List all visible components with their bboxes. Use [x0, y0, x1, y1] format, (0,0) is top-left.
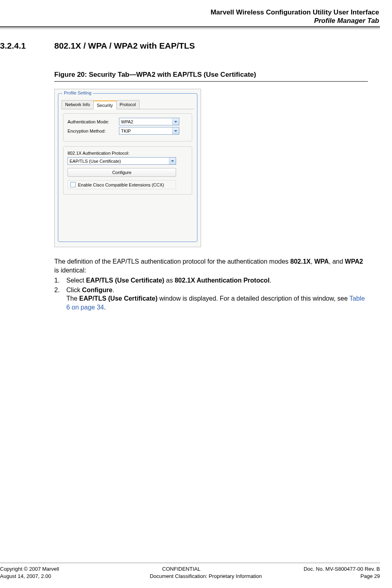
label-enc-method: Encryption Method:	[68, 129, 119, 133]
checkbox-ccx[interactable]	[70, 182, 76, 187]
footer-page: Page 29	[361, 573, 380, 580]
section-number: 3.2.4.1	[0, 41, 54, 51]
row-enc-method: Encryption Method: TKIP	[68, 127, 188, 135]
row-ccx[interactable]: Enable Cisco Compatible Extensions (CCX)	[68, 180, 176, 189]
tab-protocol[interactable]: Protocol	[116, 100, 140, 109]
footer-copyright: Copyright © 2007 Marvell	[0, 565, 59, 573]
combo-enc-method-value: TKIP	[121, 129, 131, 133]
footer-confidential: CONFIDENTIAL	[162, 565, 200, 573]
label-8021x-protocol: 802.1X Authentication Protocol:	[68, 151, 188, 156]
bold-8021x: 802.1X	[290, 258, 311, 265]
header-title: Marvell Wireless Configuration Utility U…	[0, 8, 379, 17]
text: window is displayed. For a detailed desc…	[158, 295, 349, 302]
body-text: The definition of the EAP/TLS authentica…	[54, 257, 368, 312]
footer-rule	[0, 563, 380, 563]
tab-security[interactable]: Security	[93, 100, 117, 109]
bold-configure: Configure	[82, 287, 113, 293]
text: ,	[311, 258, 314, 265]
screenshot-profile-setting: Profile Setting Network Info Security Pr…	[54, 89, 201, 247]
footer-classification: Document Classification: Proprietary Inf…	[150, 573, 262, 580]
text: .	[113, 287, 114, 293]
figure-rule	[54, 81, 368, 82]
header-rule-thin	[0, 29, 380, 29]
fieldset-profile-setting: Profile Setting Network Info Security Pr…	[58, 93, 197, 242]
chevron-down-icon[interactable]	[172, 118, 179, 125]
section-heading: 3.2.4.1 802.1X / WPA / WPA2 with EAP/TLS	[0, 41, 368, 51]
intro-paragraph: The definition of the EAP/TLS authentica…	[54, 257, 368, 275]
combo-8021x-protocol-value: EAP/TLS (Use Certificate)	[70, 159, 121, 164]
combo-enc-method[interactable]: TKIP	[119, 127, 179, 135]
tab-bar: Network Info Security Protocol	[62, 100, 194, 109]
combo-auth-mode-value: WPA2	[121, 119, 133, 124]
label-auth-mode: Authentication Mode:	[68, 119, 119, 124]
text: .	[269, 277, 271, 284]
text: Click	[66, 287, 82, 293]
list-content: Select EAP/TLS (Use Certificate) as 802.…	[66, 276, 368, 285]
combo-8021x-protocol[interactable]: EAP/TLS (Use Certificate)	[68, 157, 176, 165]
figure-caption: Figure 20: Security Tab—WPA2 with EAP/TL…	[54, 71, 368, 79]
chevron-down-icon[interactable]	[169, 158, 176, 164]
list-item-1: 1. Select EAP/TLS (Use Certificate) as 8…	[54, 276, 368, 285]
bold-wpa: WPA	[314, 258, 329, 265]
list-content: Click Configure. The EAP/TLS (Use Certif…	[66, 286, 368, 312]
bold-wpa2: WPA2	[345, 258, 363, 265]
text: Select	[66, 277, 86, 284]
combo-auth-mode[interactable]: WPA2	[119, 118, 179, 125]
footer-date: August 14, 2007, 2.00	[0, 573, 51, 580]
configure-button[interactable]: Configure	[68, 168, 176, 177]
text: , and	[329, 258, 345, 265]
auth-enc-box: Authentication Mode: WPA2 Encryption Met…	[63, 113, 192, 141]
list-item-2: 2. Click Configure. The EAP/TLS (Use Cer…	[54, 286, 368, 312]
row-auth-mode: Authentication Mode: WPA2	[68, 118, 188, 125]
list-number: 1.	[54, 276, 66, 285]
text: The definition of the EAP/TLS authentica…	[54, 258, 290, 265]
bold-8021x-auth-protocol: 802.1X Authentication Protocol	[174, 277, 269, 284]
section-title: 802.1X / WPA / WPA2 with EAP/TLS	[54, 41, 195, 51]
bold-eap-tls-window: EAP/TLS (Use Certificate)	[79, 295, 158, 302]
bold-eap-tls: EAP/TLS (Use Certificate)	[86, 277, 164, 284]
header-rule-thick	[0, 27, 380, 27]
tab-network-info[interactable]: Network Info	[62, 100, 94, 109]
footer-docno: Doc. No. MV-S800477-00 Rev. B	[304, 565, 380, 573]
header-subtitle: Profile Manager Tab	[0, 17, 379, 25]
protocol-box: 802.1X Authentication Protocol: EAP/TLS …	[63, 146, 192, 195]
list-number: 2.	[54, 286, 66, 312]
text: The	[66, 295, 79, 302]
page-footer: Copyright © 2007 Marvell CONFIDENTIAL Do…	[0, 563, 380, 580]
chevron-down-icon[interactable]	[172, 127, 179, 134]
text: as	[164, 277, 175, 284]
text: is identical:	[54, 267, 86, 274]
fieldset-legend: Profile Setting	[62, 90, 93, 95]
label-ccx: Enable Cisco Compatible Extensions (CCX)	[78, 182, 164, 187]
text: .	[104, 304, 105, 311]
